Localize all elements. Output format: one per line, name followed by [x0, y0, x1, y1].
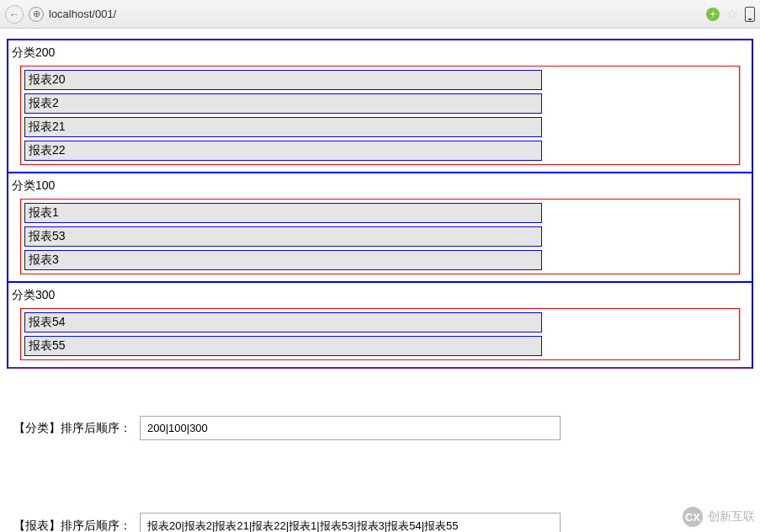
report-item[interactable]: 报表22	[24, 141, 542, 161]
globe-icon: ⊕	[29, 7, 44, 22]
report-list: 报表1报表53报表3	[20, 199, 740, 274]
toolbar-icons: + ☆	[706, 6, 755, 22]
category-order-value: 200|100|300	[140, 416, 561, 440]
address-bar[interactable]: localhost/001/	[49, 8, 701, 20]
add-icon[interactable]: +	[706, 8, 720, 21]
category-title: 分类300	[12, 288, 740, 303]
category-order-label: 【分类】排序后顺序：	[13, 421, 131, 436]
back-button[interactable]: ←	[5, 5, 24, 24]
report-order-value: 报表20|报表2|报表21|报表22|报表1|报表53|报表3|报表54|报表5…	[140, 513, 561, 532]
page-content: 分类200报表20报表2报表21报表22分类100报表1报表53报表3分类300…	[0, 39, 760, 532]
watermark: CX 创新互联	[683, 507, 755, 527]
report-item[interactable]: 报表2	[24, 93, 542, 114]
report-list: 报表20报表2报表21报表22	[20, 66, 740, 165]
report-item[interactable]: 报表20	[24, 70, 542, 90]
report-order-summary: 【报表】排序后顺序： 报表20|报表2|报表21|报表22|报表1|报表53|报…	[13, 513, 753, 532]
category-block[interactable]: 分类300报表54报表55	[7, 283, 753, 369]
watermark-text: 创新互联	[708, 509, 755, 524]
star-icon[interactable]: ☆	[726, 6, 738, 22]
category-block[interactable]: 分类100报表1报表53报表3	[7, 173, 753, 283]
browser-toolbar: ← ⊕ localhost/001/ + ☆	[0, 0, 760, 29]
report-order-label: 【报表】排序后顺序：	[13, 519, 131, 532]
category-title: 分类200	[12, 45, 740, 61]
watermark-logo-icon: CX	[683, 507, 703, 527]
report-list: 报表54报表55	[20, 308, 740, 360]
category-block[interactable]: 分类200报表20报表2报表21报表22	[7, 39, 753, 173]
category-title: 分类100	[12, 178, 740, 194]
report-item[interactable]: 报表21	[24, 117, 542, 137]
report-item[interactable]: 报表54	[24, 312, 542, 332]
back-arrow-icon: ←	[8, 8, 20, 21]
report-item[interactable]: 报表53	[24, 226, 542, 247]
mobile-icon[interactable]	[745, 7, 755, 22]
report-item[interactable]: 报表55	[24, 336, 542, 356]
category-order-summary: 【分类】排序后顺序： 200|100|300	[13, 416, 753, 440]
report-item[interactable]: 报表3	[24, 250, 542, 270]
report-item[interactable]: 报表1	[24, 203, 542, 223]
